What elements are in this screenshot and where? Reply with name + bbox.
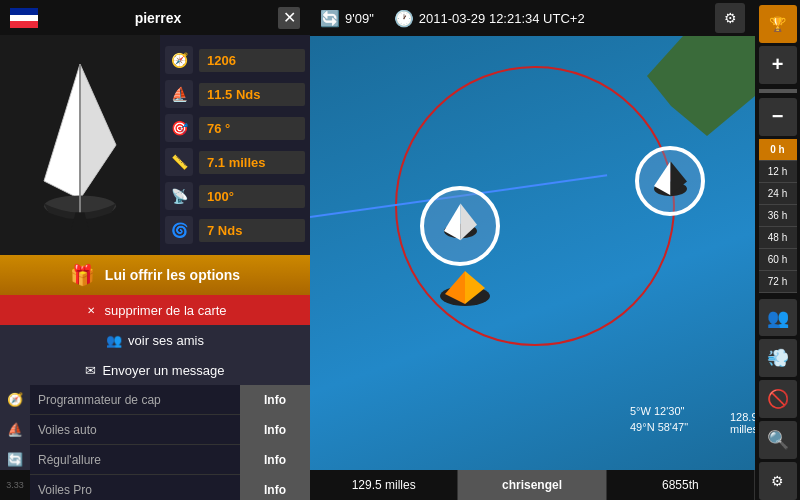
players-button[interactable]: 👥 xyxy=(759,299,797,337)
stat-icon-1: ⛵ xyxy=(165,80,193,108)
distance-value: 128.9 milles xyxy=(730,411,755,435)
refresh-icon: 🔄 xyxy=(320,9,340,28)
bottom-rank: 6855th xyxy=(607,470,755,500)
top-bar: 🔄 9'09" 🕐 2011-03-29 12:21:34 UTC+2 ⚙ xyxy=(310,0,755,36)
stat-value-5: 7 Nds xyxy=(199,219,305,242)
coord-lat: 49°N 58'47" xyxy=(630,420,688,435)
cap-info-button[interactable]: Info xyxy=(240,385,310,415)
time-0h[interactable]: 0 h xyxy=(759,139,797,161)
friends-icon: 👥 xyxy=(106,333,122,348)
voiles-info-button[interactable]: Info xyxy=(240,415,310,445)
flag-icon xyxy=(10,8,38,28)
stat-value-2: 76 ° xyxy=(199,117,305,140)
player-name: pierrex xyxy=(48,10,268,26)
stat-icon-2: 🎯 xyxy=(165,114,193,142)
friends-label: voir ses amis xyxy=(128,333,204,348)
stat-icon-3: 📏 xyxy=(165,148,193,176)
main-boat[interactable] xyxy=(420,186,500,266)
boat-icon-main xyxy=(433,199,488,254)
far-right-boat[interactable] xyxy=(635,146,705,216)
no-button[interactable]: 🚫 xyxy=(759,380,797,418)
far-boat-icon xyxy=(643,154,698,209)
settings-bottom-button[interactable]: ⚙ xyxy=(759,462,797,500)
clock-icon: 🕐 xyxy=(394,9,414,28)
divider xyxy=(759,89,797,93)
stat-value-1: 11.5 Nds xyxy=(199,83,305,106)
info-row-2: 🔄 Régul'allure Info xyxy=(0,445,310,475)
stat-row-4: 📡 100° xyxy=(165,181,305,211)
see-friends-button[interactable]: 👥 voir ses amis xyxy=(0,325,310,355)
time-36h[interactable]: 36 h xyxy=(759,205,797,227)
stat-value-4: 100° xyxy=(199,185,305,208)
zoom-search-button[interactable]: 🔍 xyxy=(759,421,797,459)
race-button[interactable]: 🏆 xyxy=(759,5,797,43)
coord-lon: 5°W 12'30" xyxy=(630,404,688,419)
gift-icon: 🎁 xyxy=(70,263,95,287)
map-area[interactable]: 5°W 12'30" 49°N 58'47" 128.9 milles xyxy=(310,36,755,470)
stat-row-2: 🎯 76 ° xyxy=(165,113,305,143)
stats-panel: 🧭 1206 ⛵ 11.5 Nds 🎯 76 ° 📏 7.1 milles 📡 … xyxy=(160,35,310,255)
regul-label: Régul'allure xyxy=(30,453,240,467)
time-60h[interactable]: 60 h xyxy=(759,249,797,271)
svg-marker-0 xyxy=(44,64,80,199)
boat-circle xyxy=(420,186,500,266)
send-message-button[interactable]: ✉ Envoyer un message xyxy=(0,355,310,385)
left-panel: pierrex ✕ 🧭 1206 ⛵ xyxy=(0,0,310,500)
svg-marker-1 xyxy=(80,64,116,199)
offer-button[interactable]: 🎁 Lui offrir les options xyxy=(0,255,310,295)
far-right-boat-circle xyxy=(635,146,705,216)
time-24h[interactable]: 24 h xyxy=(759,183,797,205)
stat-row-1: ⛵ 11.5 Nds xyxy=(165,79,305,109)
datetime-value: 2011-03-29 12:21:34 UTC+2 xyxy=(419,11,585,26)
settings-icon[interactable]: ⚙ xyxy=(715,3,745,33)
stat-value-0: 1206 xyxy=(199,49,305,72)
message-label: Envoyer un message xyxy=(102,363,224,378)
right-sidebar: 🏆 + − 0 h 12 h 24 h 36 h 48 h 60 h 72 h … xyxy=(755,0,800,500)
stat-row-3: 📏 7.1 milles xyxy=(165,147,305,177)
time-elapsed: 9'09" xyxy=(345,11,374,26)
player-header: pierrex ✕ xyxy=(0,0,310,35)
boat-svg xyxy=(20,55,140,235)
orange-boat-icon xyxy=(430,266,500,316)
refresh-time: 🔄 9'09" xyxy=(320,9,374,28)
wind-button[interactable]: 💨 xyxy=(759,339,797,377)
voiles-icon: ⛵ xyxy=(0,415,30,445)
cap-label: Programmateur de cap xyxy=(30,393,240,407)
voiles-label: Voiles auto xyxy=(30,423,240,437)
offer-label: Lui offrir les options xyxy=(105,267,240,283)
stat-row-5: 🌀 7 Nds xyxy=(165,215,305,245)
boat-display: 🧭 1206 ⛵ 11.5 Nds 🎯 76 ° 📏 7.1 milles 📡 … xyxy=(0,35,310,255)
bottom-dist1: 129.5 milles xyxy=(310,470,458,500)
stat-icon-4: 📡 xyxy=(165,182,193,210)
regul-info-button[interactable]: Info xyxy=(240,445,310,475)
time-12h[interactable]: 12 h xyxy=(759,161,797,183)
pro-label: Voiles Pro xyxy=(30,483,240,497)
stat-icon-0: 🧭 xyxy=(165,46,193,74)
stat-icon-5: 🌀 xyxy=(165,216,193,244)
version-label: 3.33 xyxy=(0,470,30,500)
map-coordinates: 5°W 12'30" 49°N 58'47" xyxy=(630,404,688,435)
time-48h[interactable]: 48 h xyxy=(759,227,797,249)
close-small-icon: ✕ xyxy=(83,302,99,318)
remove-from-map-button[interactable]: ✕ supprimer de la carte xyxy=(0,295,310,325)
close-button[interactable]: ✕ xyxy=(278,7,300,29)
info-row-0: 🧭 Programmateur de cap Info xyxy=(0,385,310,415)
bottom-player: chrisengel xyxy=(458,470,606,500)
pro-info-button[interactable]: Info xyxy=(240,475,310,501)
zoom-out-button[interactable]: − xyxy=(759,98,797,136)
stat-row-0: 🧭 1206 xyxy=(165,45,305,75)
orange-boat[interactable] xyxy=(430,266,490,316)
boat-image xyxy=(0,35,160,255)
bottom-bar: 129.5 milles chrisengel 6855th xyxy=(310,470,755,500)
remove-label: supprimer de la carte xyxy=(104,303,226,318)
cap-icon: 🧭 xyxy=(0,385,30,415)
info-row-3: ⚡ Voiles Pro Info xyxy=(0,475,310,500)
zoom-in-button[interactable]: + xyxy=(759,46,797,84)
time-options: 0 h 12 h 24 h 36 h 48 h 60 h 72 h xyxy=(759,139,797,293)
stat-value-3: 7.1 milles xyxy=(199,151,305,174)
info-row-1: ⛵ Voiles auto Info xyxy=(0,415,310,445)
message-icon: ✉ xyxy=(85,363,96,378)
time-72h[interactable]: 72 h xyxy=(759,271,797,293)
map-distance: 128.9 milles xyxy=(730,411,755,435)
land-mass xyxy=(635,36,755,136)
